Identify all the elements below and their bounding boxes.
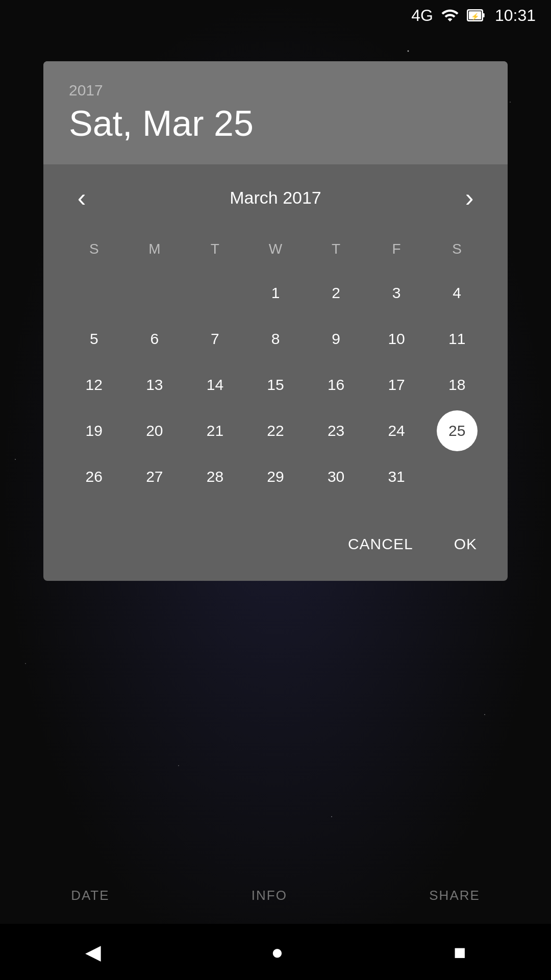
day-26[interactable]: 26 [73, 456, 114, 497]
day-18[interactable]: 18 [437, 364, 478, 405]
day-2[interactable]: 2 [316, 273, 357, 313]
clock: 10:31 [495, 6, 536, 25]
month-navigation: ‹ March 2017 › [64, 180, 487, 215]
day-header-tue: T [185, 236, 245, 262]
day-31[interactable]: 31 [376, 456, 417, 497]
bottom-tabs: DATE INFO SHARE [0, 872, 551, 919]
day-empty [134, 273, 175, 313]
day-12[interactable]: 12 [73, 364, 114, 405]
day-empty [194, 273, 235, 313]
day-header-wed: W [245, 236, 306, 262]
tab-share[interactable]: SHARE [414, 883, 495, 909]
next-month-button[interactable]: › [452, 180, 487, 215]
tab-date[interactable]: DATE [56, 883, 124, 909]
svg-text:⚡: ⚡ [470, 12, 479, 21]
day-10[interactable]: 10 [376, 318, 417, 359]
day-13[interactable]: 13 [134, 364, 175, 405]
prev-month-button[interactable]: ‹ [64, 180, 99, 215]
day-7[interactable]: 7 [194, 318, 235, 359]
day-header-fri: F [366, 236, 427, 262]
day-14[interactable]: 14 [194, 364, 235, 405]
day-9[interactable]: 9 [316, 318, 357, 359]
day-25[interactable]: 25 [437, 410, 478, 451]
day-16[interactable]: 16 [316, 364, 357, 405]
nav-bar: ◀ ● ■ [0, 924, 551, 980]
tab-info[interactable]: INFO [236, 883, 303, 909]
back-button[interactable]: ◀ [85, 940, 101, 964]
dialog-actions: CANCEL OK [43, 512, 508, 581]
day-8[interactable]: 8 [255, 318, 296, 359]
ok-button[interactable]: OK [444, 528, 487, 560]
day-4[interactable]: 4 [437, 273, 478, 313]
date-picker-dialog: 2017 Sat, Mar 25 ‹ March 2017 › S M T W … [43, 61, 508, 581]
day-3[interactable]: 3 [376, 273, 417, 313]
day-28[interactable]: 28 [194, 456, 235, 497]
selected-date: Sat, Mar 25 [69, 103, 482, 144]
day-1[interactable]: 1 [255, 273, 296, 313]
day-27[interactable]: 27 [134, 456, 175, 497]
battery-icon: ⚡ [467, 6, 487, 24]
status-bar: 4G ⚡ 10:31 [0, 0, 551, 31]
network-type: 4G [411, 6, 433, 25]
day-header-sat: S [427, 236, 487, 262]
day-headers: S M T W T F S [64, 236, 487, 262]
day-11[interactable]: 11 [437, 318, 478, 359]
day-header-thu: T [306, 236, 366, 262]
day-header-sun: S [64, 236, 124, 262]
selected-year: 2017 [69, 82, 482, 99]
day-30[interactable]: 30 [316, 456, 357, 497]
day-empty [437, 456, 478, 497]
day-19[interactable]: 19 [73, 410, 114, 451]
calendar-grid: 1 2 3 4 5 6 7 8 9 10 11 12 13 14 15 16 1… [64, 273, 487, 497]
calendar: ‹ March 2017 › S M T W T F S 1 2 3 4 5 6 [43, 164, 508, 512]
svg-rect-2 [483, 13, 485, 17]
day-header-mon: M [124, 236, 185, 262]
day-22[interactable]: 22 [255, 410, 296, 451]
day-23[interactable]: 23 [316, 410, 357, 451]
home-button[interactable]: ● [271, 941, 283, 964]
day-29[interactable]: 29 [255, 456, 296, 497]
signal-icon [441, 6, 459, 24]
dialog-header: 2017 Sat, Mar 25 [43, 61, 508, 164]
day-24[interactable]: 24 [376, 410, 417, 451]
day-21[interactable]: 21 [194, 410, 235, 451]
day-17[interactable]: 17 [376, 364, 417, 405]
recents-button[interactable]: ■ [454, 941, 466, 964]
month-title: March 2017 [230, 188, 321, 208]
day-20[interactable]: 20 [134, 410, 175, 451]
cancel-button[interactable]: CANCEL [338, 528, 423, 560]
day-6[interactable]: 6 [134, 318, 175, 359]
day-empty [73, 273, 114, 313]
day-5[interactable]: 5 [73, 318, 114, 359]
day-15[interactable]: 15 [255, 364, 296, 405]
